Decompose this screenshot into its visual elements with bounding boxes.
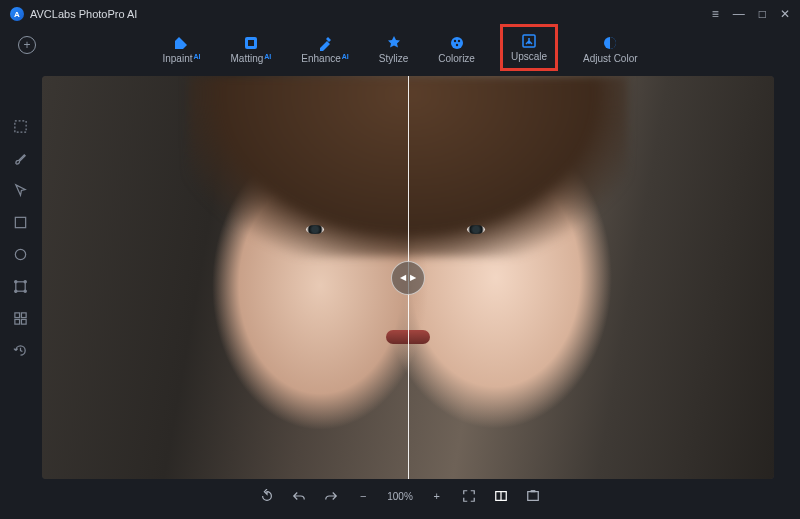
tool-inpaint[interactable]: InpaintAI: [162, 35, 200, 64]
main-toolbar: InpaintAI MattingAI EnhanceAI Stylize Co…: [0, 28, 800, 70]
svg-rect-11: [15, 281, 24, 290]
svg-rect-21: [528, 492, 539, 501]
app-title: AVCLabs PhotoPro AI: [30, 8, 137, 20]
enhance-icon: [317, 35, 333, 51]
svg-rect-9: [15, 217, 25, 227]
tool-label: Enhance: [301, 53, 340, 64]
svg-point-10: [15, 249, 25, 259]
svg-rect-19: [21, 319, 26, 324]
svg-rect-1: [248, 40, 254, 46]
side-toolbar: [6, 118, 34, 358]
crop-icon[interactable]: [12, 278, 28, 294]
zoom-level: 100%: [387, 491, 413, 502]
svg-point-12: [14, 280, 16, 282]
tool-upscale[interactable]: Upscale: [505, 29, 553, 66]
colorize-icon: [449, 35, 465, 51]
close-button[interactable]: ✕: [780, 7, 790, 21]
inpaint-icon: [173, 35, 189, 51]
select-rect-icon[interactable]: [12, 118, 28, 134]
image-canvas[interactable]: [42, 76, 774, 479]
tool-colorize[interactable]: Colorize: [438, 35, 475, 64]
svg-point-3: [453, 39, 455, 41]
tool-label: Colorize: [438, 53, 475, 64]
reset-icon[interactable]: [259, 488, 275, 504]
ai-badge: AI: [342, 53, 349, 60]
tool-enhance[interactable]: EnhanceAI: [301, 35, 348, 64]
upscale-icon: [521, 33, 537, 49]
tool-adjust-color[interactable]: Adjust Color: [583, 35, 637, 64]
ai-badge: AI: [194, 53, 201, 60]
compare-icon[interactable]: [493, 488, 509, 504]
compare-slider-handle[interactable]: [391, 261, 425, 295]
svg-point-4: [457, 39, 459, 41]
fit-icon[interactable]: [461, 488, 477, 504]
zoom-out-button[interactable]: −: [355, 488, 371, 504]
tool-label: Upscale: [511, 51, 547, 62]
stylize-icon: [386, 35, 402, 51]
bottom-toolbar: − 100% +: [0, 483, 800, 509]
brush-icon[interactable]: [12, 150, 28, 166]
export-icon[interactable]: [525, 488, 541, 504]
tool-label: Stylize: [379, 53, 408, 64]
svg-point-5: [455, 43, 457, 45]
tool-matting[interactable]: MattingAI: [231, 35, 272, 64]
pointer-icon[interactable]: [12, 182, 28, 198]
tool-label: Matting: [231, 53, 264, 64]
matting-icon: [243, 35, 259, 51]
svg-point-15: [24, 290, 26, 292]
svg-rect-18: [14, 319, 19, 324]
adjust-color-icon: [602, 35, 618, 51]
redo-icon[interactable]: [323, 488, 339, 504]
eye-right: [467, 225, 485, 234]
tool-label: Adjust Color: [583, 53, 637, 64]
ai-badge: AI: [264, 53, 271, 60]
tool-label: Inpaint: [162, 53, 192, 64]
svg-point-13: [24, 280, 26, 282]
maximize-button[interactable]: □: [759, 7, 766, 21]
svg-rect-8: [14, 120, 25, 131]
menu-button[interactable]: ≡: [712, 7, 719, 21]
minimize-button[interactable]: —: [733, 7, 745, 21]
rectangle-icon[interactable]: [12, 214, 28, 230]
undo-icon[interactable]: [291, 488, 307, 504]
app-logo: A: [10, 7, 24, 21]
grid-icon[interactable]: [12, 310, 28, 326]
svg-rect-17: [21, 312, 26, 317]
eye-left: [306, 225, 324, 234]
svg-point-14: [14, 290, 16, 292]
svg-rect-16: [14, 312, 19, 317]
tool-stylize[interactable]: Stylize: [379, 35, 408, 64]
circle-icon[interactable]: [12, 246, 28, 262]
zoom-in-button[interactable]: +: [429, 488, 445, 504]
history-icon[interactable]: [12, 342, 28, 358]
add-image-button[interactable]: +: [18, 36, 36, 54]
svg-point-2: [451, 37, 463, 49]
